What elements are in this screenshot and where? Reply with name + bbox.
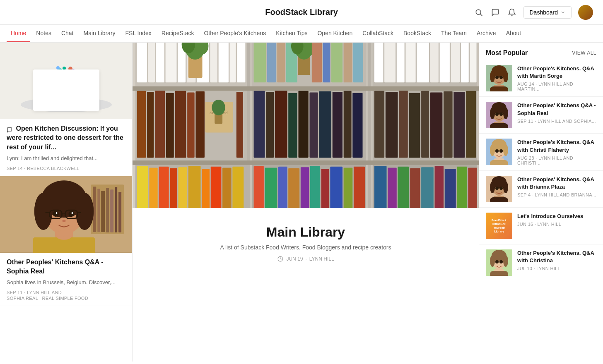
svg-point-195 xyxy=(499,149,503,153)
svg-rect-30 xyxy=(101,191,105,232)
svg-rect-75 xyxy=(155,90,165,158)
svg-rect-92 xyxy=(202,169,210,208)
svg-rect-77 xyxy=(175,91,186,158)
svg-point-49 xyxy=(71,212,73,214)
svg-rect-168 xyxy=(133,160,479,165)
svg-rect-96 xyxy=(247,43,250,208)
popular-info: Let's Introduce Ourselves JUN 16 · LYNN … xyxy=(517,213,596,227)
nav-recipestack[interactable]: RecipeStack xyxy=(157,25,198,42)
hero-text-area: Main Library A list of Substack Food Wri… xyxy=(133,208,479,275)
svg-rect-117 xyxy=(298,91,308,158)
svg-point-47 xyxy=(68,211,74,217)
svg-point-83 xyxy=(212,100,225,115)
svg-point-213 xyxy=(499,260,503,263)
svg-rect-93 xyxy=(211,167,222,208)
svg-rect-108 xyxy=(323,43,330,82)
nav-notes[interactable]: Notes xyxy=(32,25,55,42)
svg-rect-130 xyxy=(321,169,329,208)
dashboard-button[interactable]: Dashboard xyxy=(523,6,572,19)
svg-rect-127 xyxy=(288,168,299,208)
popular-meta: JUN 16 · LYNN HILL xyxy=(517,222,596,227)
popular-meta: AUG 28 · LYNN HILL AND CHRISTI... xyxy=(517,156,596,165)
chat-icon[interactable] xyxy=(490,7,500,17)
nav-kitchen-tips[interactable]: Kitchen Tips xyxy=(272,25,311,42)
svg-rect-139 xyxy=(397,43,405,82)
site-title: FoodStack Library xyxy=(265,7,338,17)
svg-rect-84 xyxy=(236,92,243,158)
svg-rect-160 xyxy=(398,167,409,208)
popular-item[interactable]: FoodStack Introduce Yourself Library Let… xyxy=(479,208,603,244)
svg-rect-179 xyxy=(490,86,508,91)
svg-rect-66 xyxy=(230,43,236,82)
svg-rect-138 xyxy=(384,43,396,82)
svg-point-48 xyxy=(56,212,58,214)
nav-chat[interactable]: Chat xyxy=(57,25,78,42)
nav-main-library[interactable]: Main Library xyxy=(80,25,120,42)
nav-bookstack[interactable]: BookStack xyxy=(399,25,435,42)
svg-rect-29 xyxy=(97,189,100,232)
search-icon[interactable] xyxy=(474,7,484,17)
svg-rect-87 xyxy=(149,168,157,208)
svg-point-46 xyxy=(53,211,59,217)
view-all-button[interactable]: VIEW ALL xyxy=(572,50,596,56)
nav-about[interactable]: About xyxy=(502,25,526,42)
svg-line-44 xyxy=(46,212,50,213)
svg-rect-79 xyxy=(195,91,205,158)
svg-rect-19 xyxy=(74,82,77,85)
comment-icon xyxy=(7,126,12,132)
popular-info: Other People's Kitchens. Q&A with Christ… xyxy=(517,249,596,271)
svg-point-10 xyxy=(71,69,76,74)
svg-point-204 xyxy=(499,187,503,190)
svg-rect-23 xyxy=(68,84,72,87)
svg-rect-129 xyxy=(310,166,320,208)
bell-icon[interactable] xyxy=(507,7,517,17)
card-title-sophia: Other Peoples' Kitchens Q&A - Sophia Rea… xyxy=(7,258,125,276)
popular-thumb xyxy=(486,65,512,91)
nav-open-kitchen[interactable]: Open Kitchen xyxy=(313,25,357,42)
svg-rect-95 xyxy=(232,167,244,208)
nav-collabstack[interactable]: CollabStack xyxy=(358,25,398,42)
popular-thumb xyxy=(486,102,512,128)
svg-rect-197 xyxy=(490,160,508,165)
popular-item[interactable]: Other Peoples' Kitchens. Q&A with Briann… xyxy=(479,171,603,208)
card-title: Open Kitchen Discussion: If you were res… xyxy=(7,124,125,152)
svg-rect-110 xyxy=(344,43,352,82)
svg-rect-2 xyxy=(0,43,132,119)
nav-fsl-index[interactable]: FSL Index xyxy=(121,25,156,42)
avatar[interactable] xyxy=(578,5,593,20)
popular-item[interactable]: Other People's Kitchens. Q&A with Christ… xyxy=(479,244,603,281)
nav-home[interactable]: Home xyxy=(7,25,30,42)
svg-rect-163 xyxy=(434,166,444,208)
svg-rect-133 xyxy=(354,167,365,208)
svg-point-0 xyxy=(476,10,481,14)
popular-item[interactable]: Other People's Kitchens. Q&A with Martin… xyxy=(479,60,603,97)
popular-item[interactable]: Other Peoples' Kitchens Q&A - Sophia Rea… xyxy=(479,97,603,134)
svg-rect-124 xyxy=(254,166,264,208)
svg-rect-152 xyxy=(421,91,429,158)
card-open-kitchen[interactable]: Open Kitchen Discussion: If you were res… xyxy=(0,43,132,176)
card-body-sophia: Other Peoples' Kitchens Q&A - Sophia Rea… xyxy=(0,253,132,306)
svg-rect-155 xyxy=(453,92,465,158)
nav-archive[interactable]: Archive xyxy=(473,25,500,42)
svg-point-192 xyxy=(490,144,495,156)
popular-item[interactable]: Other People's Kitchens. Q&A with Christ… xyxy=(479,134,603,170)
svg-point-183 xyxy=(490,108,495,119)
svg-point-185 xyxy=(495,113,499,116)
svg-rect-34 xyxy=(118,192,121,232)
svg-rect-164 xyxy=(445,169,456,208)
card-excerpt-sophia: Sophia lives in Brussels, Belgium. Disco… xyxy=(7,278,125,287)
svg-rect-137 xyxy=(374,43,384,82)
nav-other-peoples-kitchens[interactable]: Other People's Kitchens xyxy=(200,25,270,42)
svg-rect-91 xyxy=(188,166,201,208)
popular-heading: Most Popular xyxy=(486,49,528,57)
svg-point-201 xyxy=(490,182,495,193)
nav-the-team[interactable]: The Team xyxy=(437,25,471,42)
svg-point-174 xyxy=(490,71,495,82)
svg-rect-22 xyxy=(56,87,60,89)
popular-info: Other People's Kitchens. Q&A with Martin… xyxy=(517,65,596,91)
main-content: Open Kitchen Discussion: If you were res… xyxy=(0,43,603,362)
svg-rect-144 xyxy=(451,43,460,82)
svg-rect-158 xyxy=(374,166,387,208)
dashboard-label: Dashboard xyxy=(530,9,558,16)
card-sophia-real[interactable]: Other Peoples' Kitchens Q&A - Sophia Rea… xyxy=(0,176,132,306)
